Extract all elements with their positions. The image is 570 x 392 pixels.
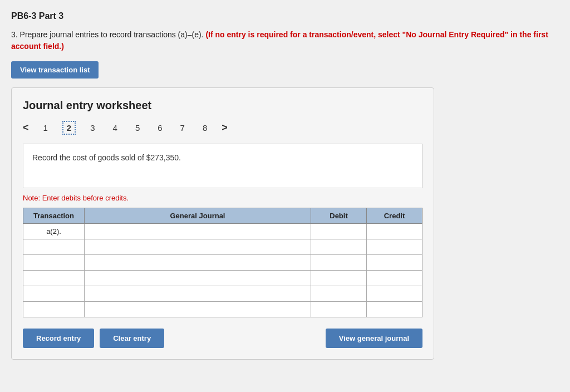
journal-input-1[interactable] <box>85 224 311 239</box>
record-entry-button[interactable]: Record entry <box>23 329 94 348</box>
credit-cell-3[interactable] <box>367 255 422 271</box>
journal-table: Transaction General Journal Debit Credit… <box>23 208 422 317</box>
debit-cell-3[interactable] <box>311 255 367 271</box>
credit-input-1[interactable] <box>367 224 422 239</box>
journal-input-4[interactable] <box>85 271 311 286</box>
page-2-active[interactable]: 2 <box>62 121 76 135</box>
credit-input-6[interactable] <box>367 302 422 317</box>
page-title: PB6-3 Part 3 <box>11 11 559 21</box>
journal-cell-5[interactable] <box>85 286 311 302</box>
debit-cell-6[interactable] <box>311 302 367 317</box>
credit-cell-6[interactable] <box>367 302 422 317</box>
credit-cell-1[interactable] <box>367 224 422 239</box>
page-5[interactable]: 5 <box>132 122 143 134</box>
debit-cell-2[interactable] <box>311 239 367 255</box>
worksheet-title: Journal entry worksheet <box>23 99 422 112</box>
debit-input-3[interactable] <box>311 255 366 270</box>
next-page-button[interactable]: > <box>222 122 228 134</box>
view-general-journal-button[interactable]: View general journal <box>326 329 422 348</box>
credit-input-5[interactable] <box>367 286 422 301</box>
table-row <box>23 286 422 302</box>
journal-cell-4[interactable] <box>85 271 311 286</box>
description-text: Record the cost of goods sold of $273,35… <box>32 153 181 162</box>
page-3[interactable]: 3 <box>87 122 98 134</box>
page-6[interactable]: 6 <box>154 122 165 134</box>
page-8[interactable]: 8 <box>199 122 210 134</box>
credit-input-4[interactable] <box>367 271 422 286</box>
debit-cell-5[interactable] <box>311 286 367 302</box>
pagination: < 1 2 3 4 5 6 7 8 > <box>23 121 422 135</box>
transaction-cell-4 <box>23 271 85 286</box>
note-text: Note: Enter debits before credits. <box>23 194 422 202</box>
debit-cell-1[interactable] <box>311 224 367 239</box>
journal-input-5[interactable] <box>85 286 311 301</box>
transaction-cell-1: a(2). <box>23 224 85 239</box>
journal-cell-2[interactable] <box>85 239 311 255</box>
prev-page-button[interactable]: < <box>23 122 29 134</box>
instruction-prefix: 3. Prepare journal entries to record tra… <box>11 30 204 39</box>
page-1[interactable]: 1 <box>40 122 51 134</box>
journal-input-6[interactable] <box>85 302 311 317</box>
debit-cell-4[interactable] <box>311 271 367 286</box>
debit-input-4[interactable] <box>311 271 366 286</box>
journal-input-3[interactable] <box>85 255 311 270</box>
journal-cell-3[interactable] <box>85 255 311 271</box>
col-debit: Debit <box>311 208 367 224</box>
table-row: a(2). <box>23 224 422 239</box>
col-transaction: Transaction <box>23 208 85 224</box>
transaction-cell-2 <box>23 239 85 255</box>
view-transaction-button[interactable]: View transaction list <box>11 61 99 79</box>
col-general-journal: General Journal <box>85 208 311 224</box>
transaction-cell-6 <box>23 302 85 317</box>
journal-input-2[interactable] <box>85 239 311 254</box>
table-row <box>23 271 422 286</box>
clear-entry-button[interactable]: Clear entry <box>100 329 164 348</box>
debit-input-2[interactable] <box>311 239 366 254</box>
credit-input-2[interactable] <box>367 239 422 254</box>
description-box: Record the cost of goods sold of $273,35… <box>23 144 422 188</box>
table-row <box>23 302 422 317</box>
debit-input-1[interactable] <box>311 224 366 239</box>
transaction-cell-3 <box>23 255 85 271</box>
transaction-cell-5 <box>23 286 85 302</box>
credit-cell-5[interactable] <box>367 286 422 302</box>
table-row <box>23 255 422 271</box>
col-credit: Credit <box>367 208 422 224</box>
table-row <box>23 239 422 255</box>
page-4[interactable]: 4 <box>110 122 121 134</box>
instruction: 3. Prepare journal entries to record tra… <box>11 29 559 52</box>
journal-cell-6[interactable] <box>85 302 311 317</box>
journal-cell-1[interactable] <box>85 224 311 239</box>
debit-input-6[interactable] <box>311 302 366 317</box>
worksheet-container: Journal entry worksheet < 1 2 3 4 5 6 7 … <box>11 87 434 360</box>
button-row: Record entry Clear entry View general jo… <box>23 329 422 348</box>
page-7[interactable]: 7 <box>177 122 188 134</box>
credit-cell-2[interactable] <box>367 239 422 255</box>
credit-cell-4[interactable] <box>367 271 422 286</box>
debit-input-5[interactable] <box>311 286 366 301</box>
credit-input-3[interactable] <box>367 255 422 270</box>
